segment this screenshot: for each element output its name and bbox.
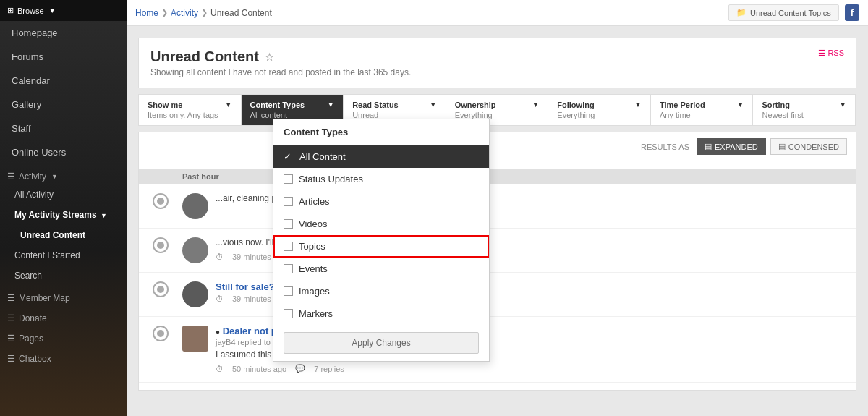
pages-section[interactable]: ☰ Pages: [0, 326, 127, 347]
option-images[interactable]: Images: [273, 280, 489, 302]
sorting-caret: ▼: [839, 101, 846, 109]
chatbox-section[interactable]: ☰ Chatbox: [0, 347, 127, 367]
checkbox-topics: [284, 242, 293, 251]
all-activity-label: All Activity: [14, 190, 54, 200]
chatbox-icon: ☰: [7, 354, 15, 364]
timeline-dot-inner-1: [157, 198, 164, 205]
browse-caret: ▼: [49, 7, 56, 14]
breadcrumb-sep-1: ❯: [161, 8, 168, 17]
replies-4: 7 replies: [314, 365, 344, 373]
timeline-line-4: [139, 326, 182, 341]
dot-indicator: ●: [216, 328, 220, 336]
main-content: Home ❯ Activity ❯ Unread Content 📁 Unrea…: [127, 0, 868, 416]
time-4: 50 minutes ago: [232, 365, 286, 373]
reply-icon-4: 💬: [295, 364, 305, 373]
timeline-dot-4: [153, 326, 169, 341]
dropdown-title: Content Types: [273, 119, 489, 145]
donate-icon: ☰: [7, 313, 15, 323]
filter-show-me[interactable]: Show me ▼ Items only. Any tags: [139, 95, 242, 125]
ownership-caret: ▼: [532, 101, 539, 109]
member-map-icon: ☰: [7, 293, 15, 303]
sidebar-homepage-label: Homepage: [12, 27, 58, 38]
avatar-3: [182, 281, 208, 307]
facebook-button[interactable]: f: [845, 4, 859, 21]
option-status-updates[interactable]: Status Updates: [273, 168, 489, 190]
checkbox-status-updates: [284, 174, 293, 184]
browse-menu[interactable]: ⊞ Browse ▼: [0, 0, 127, 21]
option-all-content-label: All Content: [299, 151, 346, 162]
condensed-view-button[interactable]: ▤ CONDENSED: [770, 138, 847, 155]
topbar: Home ❯ Activity ❯ Unread Content 📁 Unrea…: [127, 0, 868, 26]
option-articles[interactable]: Articles: [273, 190, 489, 213]
content-area: RESULTS AS ▤ EXPANDED ▤ CONDENSED Past h…: [138, 132, 856, 391]
clock-icon-2: ⏱: [216, 252, 224, 261]
option-markers[interactable]: Markers: [273, 302, 489, 325]
option-topics-label: Topics: [299, 241, 326, 252]
pages-icon: ☰: [7, 334, 15, 344]
pages-label: Pages: [19, 334, 43, 344]
content-i-started-label: Content I Started: [14, 250, 80, 260]
star-icon[interactable]: ☆: [265, 51, 274, 63]
expanded-view-button[interactable]: ▤ EXPANDED: [697, 138, 766, 155]
activity-section[interactable]: ☰ Activity ▼: [0, 164, 127, 184]
donate-section[interactable]: ☰ Donate: [0, 306, 127, 326]
sidebar-item-unread-content[interactable]: Unread Content: [0, 225, 127, 245]
sidebar-item-staff[interactable]: Staff: [0, 116, 127, 140]
browse-label: Browse: [17, 7, 44, 15]
sidebar-item-online-users[interactable]: Online Users: [0, 140, 127, 164]
avatar-4: [182, 326, 208, 352]
filter-following[interactable]: Following ▼ Everything: [548, 95, 651, 125]
sidebar-item-homepage[interactable]: Homepage: [0, 21, 127, 45]
filter-sorting[interactable]: Sorting ▼ Newest first: [753, 95, 856, 125]
filter-bar: Show me ▼ Items only. Any tags Content T…: [138, 94, 856, 126]
activity-label: Activity: [19, 171, 46, 182]
option-videos[interactable]: Videos: [273, 213, 489, 235]
breadcrumb-activity[interactable]: Activity: [171, 8, 198, 18]
activity-caret: ▼: [51, 173, 58, 180]
condensed-icon: ▤: [778, 142, 786, 151]
unread-topics-button[interactable]: 📁 Unread Content Topics: [728, 4, 839, 21]
timeline-item-2: ...vious now. I'll get it done once I mo…: [139, 229, 856, 273]
page-title: Unread Content ☆: [150, 48, 411, 65]
option-markers-label: Markers: [299, 308, 333, 319]
expanded-label: EXPANDED: [715, 143, 758, 151]
sidebar-item-my-activity-streams[interactable]: My Activity Streams ▼: [0, 205, 127, 225]
timeline-line-2: [139, 237, 182, 253]
option-all-content[interactable]: ✓ All Content: [273, 145, 489, 168]
checkbox-videos: [284, 219, 293, 229]
sidebar-item-forums[interactable]: Forums: [0, 45, 127, 69]
sidebar-item-search[interactable]: Search: [0, 266, 127, 286]
chatbox-label: Chatbox: [19, 354, 51, 364]
apply-changes-button[interactable]: Apply Changes: [284, 332, 479, 354]
option-status-updates-label: Status Updates: [299, 174, 363, 184]
timeline-line-3: [139, 281, 182, 297]
following-value: Everything: [557, 111, 642, 119]
page-title-area: Unread Content ☆ Showing all content I h…: [150, 48, 411, 77]
option-events[interactable]: Events: [273, 258, 489, 280]
read-status-caret: ▼: [430, 101, 437, 109]
timeline-item: ...air, cleaning products etc): [139, 184, 856, 229]
clock-icon-4: ⏱: [216, 365, 224, 373]
filter-time-period[interactable]: Time Period ▼ Any time: [651, 95, 754, 125]
timeline-dot-1: [153, 193, 169, 209]
checkbox-articles: [284, 197, 293, 206]
breadcrumb-home[interactable]: Home: [135, 8, 158, 18]
member-map-section[interactable]: ☰ Member Map: [0, 286, 127, 306]
ownership-label: Ownership: [455, 101, 496, 109]
sidebar-item-gallery[interactable]: Gallery: [0, 93, 127, 116]
rss-link[interactable]: ☰ RSS: [818, 48, 844, 58]
clock-icon-3: ⏱: [216, 294, 224, 303]
my-activity-streams-label: My Activity Streams: [14, 210, 97, 220]
option-topics[interactable]: Topics: [273, 235, 489, 258]
timeline-footer-4: ⏱ 50 minutes ago 💬 7 replies: [216, 364, 847, 373]
sidebar-item-calendar[interactable]: Calendar: [0, 69, 127, 93]
sidebar-item-content-i-started[interactable]: Content I Started: [0, 245, 127, 266]
breadcrumb: Home ❯ Activity ❯ Unread Content: [135, 8, 272, 18]
timeline-line-1: [139, 193, 182, 209]
sidebar-item-all-activity[interactable]: All Activity: [0, 184, 127, 205]
timeline-dot-3: [153, 281, 169, 297]
member-map-label: Member Map: [19, 293, 70, 303]
show-me-caret: ▼: [225, 101, 232, 109]
folder-icon: 📁: [736, 8, 746, 17]
timeline-dot-inner-4: [157, 330, 164, 337]
